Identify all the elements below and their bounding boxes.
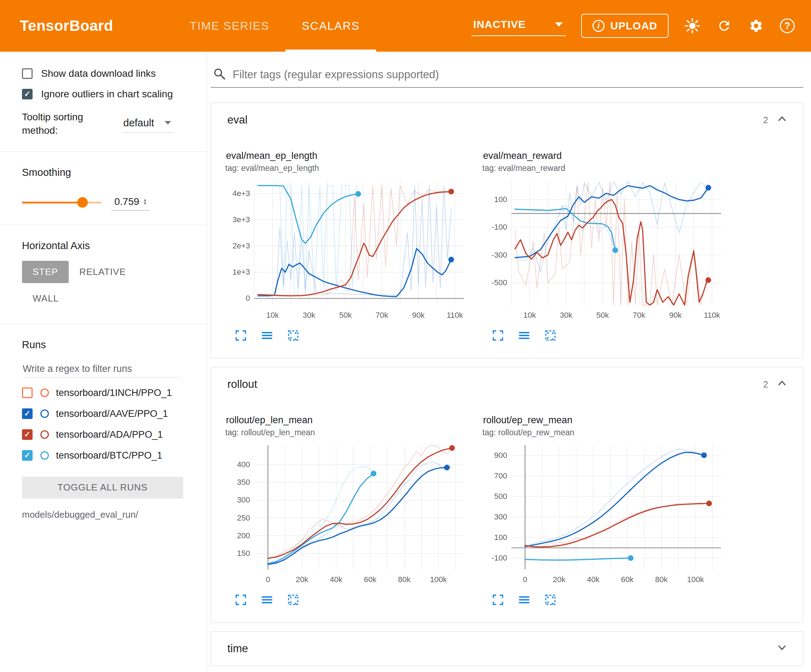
env-status-value: INACTIVE — [473, 19, 526, 30]
line-chart[interactable]: 01e+32e+33e+34e+310k30k50k70k90k110k — [225, 176, 473, 323]
svg-text:0: 0 — [523, 575, 527, 584]
svg-text:90k: 90k — [412, 311, 425, 320]
svg-text:-300: -300 — [492, 251, 507, 259]
chevron-down-icon — [555, 22, 563, 27]
tooltip-sorting-select[interactable]: default — [122, 115, 173, 133]
collapse-icon[interactable] — [776, 113, 788, 127]
horizontal-lines-icon[interactable] — [261, 593, 273, 608]
svg-text:350: 350 — [237, 478, 250, 487]
svg-text:100: 100 — [494, 533, 507, 542]
chart-card: eval/mean_reward tag: eval/mean_reward -… — [482, 137, 730, 343]
collapse-icon[interactable] — [776, 377, 788, 391]
env-status-dropdown[interactable]: INACTIVE — [472, 15, 565, 36]
refresh-icon[interactable] — [716, 18, 732, 34]
run-row: tensorboard/1INCH/PPO_1 — [22, 388, 207, 398]
chart-actions — [234, 329, 473, 343]
svg-text:80k: 80k — [655, 575, 668, 584]
divider — [0, 225, 207, 225]
brightness-icon[interactable] — [684, 18, 701, 34]
section-card-eval: eval 2 eval/mean_ep_length tag: eval/mea… — [211, 103, 803, 359]
axis-relative-button[interactable]: RELATIVE — [69, 261, 137, 283]
svg-text:20k: 20k — [296, 575, 309, 584]
settings-gear-icon[interactable] — [748, 18, 764, 34]
chart-actions — [234, 593, 473, 608]
axis-wall-button[interactable]: WALL — [22, 287, 70, 310]
run-label: tensorboard/ADA/PPO_1 — [56, 429, 163, 440]
line-chart[interactable]: 150200250300350400020k40k60k80k100k — [225, 441, 473, 588]
line-chart[interactable]: -100100300500700900020k40k60k80k100k — [482, 441, 730, 588]
chart-tag: tag: rollout/ep_len_mean — [225, 428, 473, 437]
run-color-circle[interactable] — [41, 410, 49, 418]
spinner-down-icon[interactable]: ▼ — [143, 202, 147, 205]
fit-domain-icon[interactable] — [544, 593, 557, 608]
toggle-all-runs-button[interactable]: TOGGLE ALL RUNS — [22, 477, 183, 499]
scalars-main-panel: eval 2 eval/mean_ep_length tag: eval/mea… — [207, 52, 811, 672]
section-header-rollout[interactable]: rollout 2 — [211, 367, 803, 401]
logdir-path: models/debugged_eval_run/ — [22, 509, 207, 520]
tensorboard-app: TensorBoard TIME SERIES SCALARS INACTIVE… — [0, 0, 811, 672]
svg-text:0: 0 — [266, 575, 270, 584]
svg-text:200: 200 — [237, 531, 250, 540]
runs-filter-input[interactable] — [22, 361, 182, 377]
upload-label: UPLOAD — [610, 20, 657, 32]
axis-step-button[interactable]: STEP — [22, 261, 69, 283]
line-chart[interactable]: -500-300-10010010k30k50k70k90k110k — [482, 176, 730, 323]
svg-text:900: 900 — [494, 451, 507, 460]
show-download-links-checkbox[interactable] — [22, 68, 32, 79]
checkbox-label: Ignore outliers in chart scaling — [41, 88, 173, 100]
run-checkbox[interactable]: ✓ — [22, 429, 32, 440]
header-actions: INACTIVE i UPLOAD ? — [472, 14, 795, 38]
show-download-links-row: Show data download links — [22, 68, 207, 79]
svg-text:250: 250 — [237, 513, 250, 522]
svg-text:1e+3: 1e+3 — [232, 267, 250, 276]
fullscreen-icon[interactable] — [234, 329, 247, 343]
main-tabs: TIME SERIES SCALARS — [173, 0, 376, 52]
section-header-eval[interactable]: eval 2 — [211, 103, 803, 137]
help-icon[interactable]: ? — [780, 19, 795, 33]
tag-filter-input[interactable] — [232, 68, 802, 81]
svg-text:300: 300 — [494, 513, 507, 521]
upload-button[interactable]: i UPLOAD — [581, 14, 668, 38]
expand-icon[interactable] — [776, 642, 788, 656]
horizontal-lines-icon[interactable] — [261, 329, 273, 343]
svg-text:60k: 60k — [621, 575, 634, 584]
svg-text:-100: -100 — [492, 554, 507, 562]
ignore-outliers-checkbox[interactable]: ✓ — [22, 89, 32, 100]
horizontal-axis-label: Horizontal Axis — [22, 240, 207, 252]
smoothing-value-field[interactable]: 0.759 ▲ ▼ — [112, 195, 149, 210]
fullscreen-icon[interactable] — [234, 593, 247, 608]
fit-domain-icon[interactable] — [287, 329, 300, 343]
svg-text:-500: -500 — [492, 278, 507, 287]
tooltip-sorting-value: default — [123, 117, 154, 129]
svg-text:-100: -100 — [492, 223, 507, 232]
fit-domain-icon[interactable] — [544, 329, 557, 343]
run-row: ✓ tensorboard/ADA/PPO_1 — [22, 429, 207, 440]
svg-text:100: 100 — [494, 195, 507, 204]
fullscreen-icon[interactable] — [492, 329, 504, 343]
section-header-time[interactable]: time — [211, 631, 803, 665]
fit-domain-icon[interactable] — [287, 593, 300, 608]
chart-actions — [492, 329, 730, 343]
run-checkbox[interactable] — [22, 388, 32, 398]
value-spinner[interactable]: ▲ ▼ — [143, 198, 147, 205]
run-color-circle[interactable] — [41, 389, 49, 397]
run-color-circle[interactable] — [41, 430, 49, 439]
svg-text:50k: 50k — [596, 311, 609, 320]
chart-actions — [492, 593, 730, 608]
tab-scalars[interactable]: SCALARS — [285, 0, 376, 52]
run-checkbox[interactable]: ✓ — [22, 408, 32, 419]
chart-card: rollout/ep_rew_mean tag: rollout/ep_rew_… — [482, 401, 730, 608]
svg-text:30k: 30k — [303, 311, 316, 320]
slider-thumb[interactable] — [77, 197, 88, 208]
chevron-down-icon — [165, 121, 171, 125]
app-header: TensorBoard TIME SERIES SCALARS INACTIVE… — [0, 0, 811, 52]
horizontal-lines-icon[interactable] — [518, 329, 531, 343]
horizontal-lines-icon[interactable] — [518, 593, 531, 608]
svg-text:400: 400 — [237, 460, 250, 469]
svg-text:10k: 10k — [266, 311, 279, 320]
tab-time-series[interactable]: TIME SERIES — [173, 0, 286, 52]
fullscreen-icon[interactable] — [492, 593, 504, 608]
run-color-circle[interactable] — [41, 451, 49, 460]
smoothing-slider[interactable] — [22, 202, 102, 203]
run-checkbox[interactable]: ✓ — [22, 450, 32, 461]
